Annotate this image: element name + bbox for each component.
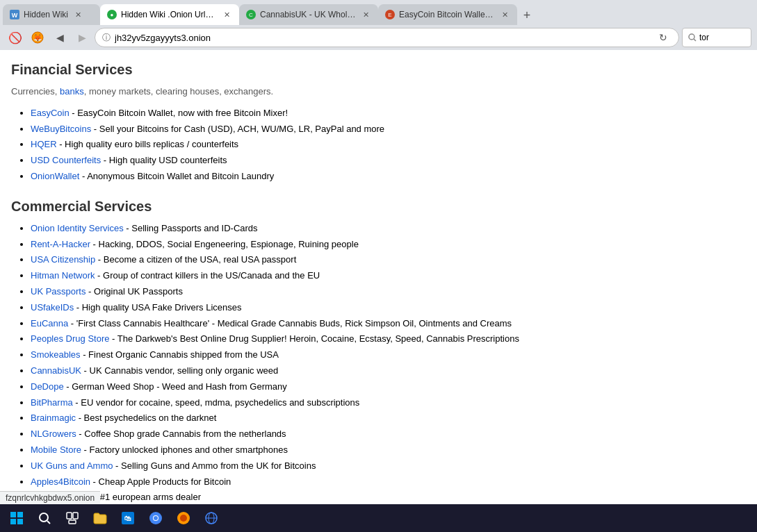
back-btn[interactable]: ◀ [50, 28, 70, 47]
taskbar-network[interactable] [199, 506, 224, 531]
taskbar-chrome[interactable] [143, 506, 168, 531]
nlgrowers-link[interactable]: NLGrowers [31, 429, 76, 439]
taskbar-task-view[interactable] [60, 506, 85, 531]
list-item: NLGrowers - Coffee Shop grade Cannabis f… [31, 427, 746, 442]
browser-chrome: W Hidden Wiki ✕ ● Hidden Wiki .Onion Url… [0, 0, 757, 50]
tab-label: Hidden Wiki [24, 10, 68, 19]
svg-text:🦊: 🦊 [33, 33, 42, 42]
info-icon: ⓘ [102, 32, 111, 44]
item-desc: - Sell your Bitcoins for Cash (USD), ACH… [91, 124, 384, 134]
taskbar: 🛍 [0, 504, 757, 532]
item-desc: - Finest Organic Cannabis shipped from t… [81, 349, 279, 360]
list-item: Rent-A-Hacker - Hacking, DDOS, Social En… [31, 238, 746, 252]
taskbar-firefox[interactable] [171, 506, 196, 531]
easycoin-link[interactable]: EasyCoin [31, 108, 70, 118]
cannabisuk-link[interactable]: CannabisUK [31, 365, 81, 376]
mobile-store-link[interactable]: Mobile Store [31, 444, 81, 455]
reload-btn[interactable]: ↻ [655, 29, 671, 46]
menu-dropdown-btn[interactable]: 🦊 [28, 28, 47, 47]
svg-text:●: ● [111, 12, 114, 18]
uk-guns-ammo-link[interactable]: UK Guns and Ammo [31, 460, 113, 471]
webuybitcoins-link[interactable]: WeBuyBitcoins [31, 124, 91, 134]
commercial-services-list: Onion Identity Services - Selling Passpo… [11, 222, 746, 532]
search-input[interactable] [699, 33, 734, 42]
svg-rect-18 [67, 513, 72, 519]
start-button[interactable] [3, 504, 31, 532]
list-item: USA Citizenship - Become a citizen of th… [31, 253, 746, 267]
item-desc: - Original UK Passports [86, 286, 182, 297]
block-btn[interactable]: 🚫 [6, 28, 25, 47]
list-item: EasyCoin - EasyCoin Bitcoin Wallet, now … [31, 106, 746, 121]
list-item: HQER - High quality euro bills replicas … [31, 138, 746, 152]
usfakeids-link[interactable]: USfakeIDs [31, 302, 74, 313]
financial-services-subtitle: Currencies, banks, money markets, cleari… [11, 85, 746, 99]
taskbar-file-explorer[interactable] [88, 506, 113, 531]
item-desc: - EU vendor for cocaine, speed, mdma, ps… [73, 397, 360, 408]
firefox-icon [177, 511, 190, 525]
svg-point-16 [40, 513, 48, 522]
status-url: fzqnrlcvhkgbdwx5.onion [6, 493, 95, 503]
folder-icon [93, 512, 107, 524]
peoples-drug-store-link[interactable]: Peoples Drug Store [31, 333, 109, 344]
tab-cannabisuk[interactable]: C CannabisUK - UK Wholesa... ✕ [239, 4, 378, 25]
list-item: UK Guns and Ammo - Selling Guns and Ammo… [31, 459, 746, 474]
address-input[interactable] [115, 33, 651, 43]
svg-rect-19 [73, 513, 78, 519]
banks-link[interactable]: banks [60, 86, 84, 97]
list-item: USD Counterfeits - High quality USD coun… [31, 153, 746, 168]
bitpharma-link[interactable]: BitPharma [31, 397, 73, 408]
rent-a-hacker-link[interactable]: Rent-A-Hacker [31, 239, 90, 249]
uk-passports-link[interactable]: UK Passports [31, 286, 86, 297]
hqer-link[interactable]: HQER [31, 139, 57, 149]
item-desc: - Anonymous Bitcoin Wallet and Bitcoin L… [79, 171, 274, 181]
svg-text:W: W [12, 12, 18, 19]
item-desc: - The Darkweb's Best Online Drug Supplie… [109, 333, 519, 344]
tab-favicon-wiki: W [10, 10, 19, 19]
item-desc: - Factory unlocked iphones and other sma… [81, 444, 288, 455]
chrome-icon [149, 511, 163, 525]
item-desc: - High quality euro bills replicas / cou… [57, 139, 239, 149]
tab-close-btn[interactable]: ✕ [360, 9, 371, 20]
taskbar-store[interactable]: 🛍 [115, 506, 140, 531]
item-desc: - Hacking, DDOS, Social Engeneering, Esp… [90, 239, 359, 249]
item-desc: - Selling Guns and Ammo from the UK for … [113, 460, 316, 471]
tab-favicon-easycoin: E [385, 10, 395, 19]
taskbar-search[interactable] [32, 506, 57, 531]
list-item: Brainmagic - Best psychedelics on the da… [31, 411, 746, 426]
onionwallet-link[interactable]: OnionWallet [31, 171, 79, 181]
financial-services-title: Financial Services [11, 58, 746, 81]
tab-hidden-wiki-onion[interactable]: ● Hidden Wiki .Onion Urls / ... ✕ [100, 4, 239, 25]
onion-identity-link[interactable]: Onion Identity Services [31, 223, 124, 233]
item-desc: - Cheap Apple Products for Bitcoin [90, 476, 231, 487]
smokeables-link[interactable]: Smokeables [31, 349, 81, 360]
brainmagic-link[interactable]: Brainmagic [31, 413, 76, 423]
tab-favicon-cannabis: C [246, 10, 256, 19]
tab-label: Hidden Wiki .Onion Urls / ... [121, 10, 217, 19]
search-bar[interactable] [682, 28, 751, 47]
item-desc: - High quality USA Fake Drivers Licenses [74, 302, 241, 313]
apples4bitcoin-link[interactable]: Apples4Bitcoin [31, 476, 90, 487]
address-bar-wrapper: ⓘ ↻ [95, 28, 679, 47]
tab-easycoin[interactable]: E EasyCoin Bitcoin Wallet a... ✕ [378, 4, 517, 25]
status-bar: fzqnrlcvhkgbdwx5.onion [0, 491, 100, 504]
list-item: WeBuyBitcoins - Sell your Bitcoins for C… [31, 122, 746, 137]
eucanna-link[interactable]: EuCanna [31, 318, 68, 329]
tab-close-btn[interactable]: ✕ [72, 9, 83, 20]
tab-favicon-onion: ● [107, 10, 117, 19]
usd-counterfeits-link[interactable]: USD Counterfeits [31, 155, 101, 165]
hitman-network-link[interactable]: Hitman Network [31, 270, 95, 281]
usa-citizenship-link[interactable]: USA Citizenship [31, 254, 95, 265]
new-tab-btn[interactable]: + [517, 6, 537, 25]
forward-btn[interactable]: ▶ [72, 28, 92, 47]
list-item: OnionWallet - Anonymous Bitcoin Wallet a… [31, 169, 746, 184]
tab-close-btn[interactable]: ✕ [221, 9, 232, 20]
dedope-link[interactable]: DeDope [31, 381, 64, 392]
list-item: Apples4Bitcoin - Cheap Apple Products fo… [31, 475, 746, 490]
tab-close-btn[interactable]: ✕ [499, 9, 510, 20]
tab-hidden-wiki[interactable]: W Hidden Wiki ✕ [3, 4, 100, 25]
address-bar: 🚫 🦊 ◀ ▶ ⓘ ↻ [0, 25, 757, 50]
item-desc: - Best psychedelics on the darknet [76, 413, 216, 423]
svg-text:🛍: 🛍 [124, 515, 131, 522]
svg-point-10 [689, 34, 694, 40]
svg-point-25 [154, 516, 158, 520]
